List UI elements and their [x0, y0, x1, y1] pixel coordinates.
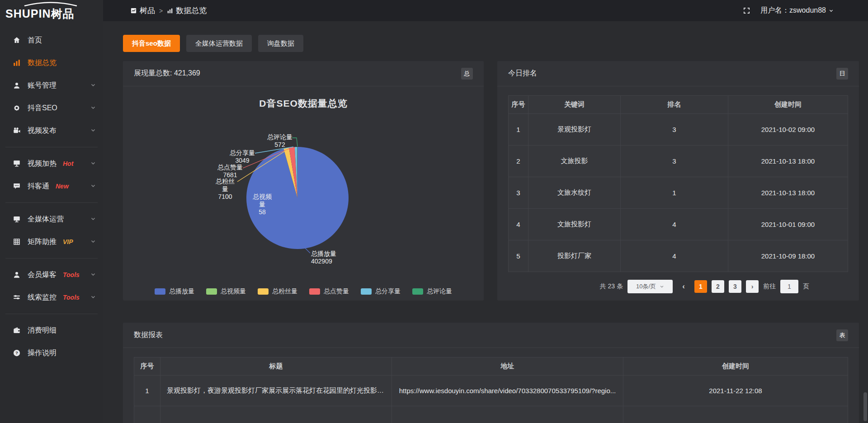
user-menu[interactable]: 用户名：zswodun88 — [760, 6, 834, 15]
main-content: 抖音seo数据 全媒体运营数据 询盘数据 展现量总数: 421,369 总 D音… — [103, 21, 868, 423]
col-time: 创建时间 — [623, 357, 848, 376]
hot-badge: Hot — [63, 160, 73, 167]
sidebar-item-account[interactable]: 账号管理 — [0, 74, 103, 97]
tab-omni-media-data[interactable]: 全媒体运营数据 — [186, 35, 252, 52]
cell-no: 1 — [509, 114, 528, 146]
user-icon — [13, 81, 21, 89]
cell-rank: 3 — [621, 114, 728, 146]
fullscreen-icon[interactable] — [743, 7, 750, 14]
app: SHUPIN树品 首页 数据总览 账号管理 抖音SEO — [0, 0, 868, 423]
cell-keyword: 文旅投影 — [528, 146, 621, 177]
day-toggle-button[interactable]: 日 — [836, 68, 848, 80]
report-panel-title: 数据报表 — [134, 330, 163, 340]
chevron-down-icon — [90, 81, 96, 89]
table-row: 1 景观投影灯 3 2021-10-02 09:00 — [509, 114, 848, 146]
chevron-down-icon — [90, 104, 96, 112]
pie-label-likes: 总点赞量7681 — [217, 164, 243, 179]
sidebar-item-spend-detail[interactable]: 消费明细 — [0, 319, 103, 342]
sidebar-item-lead-monitor[interactable]: 线索监控 Tools — [0, 286, 103, 309]
page-button-1[interactable]: 1 — [694, 280, 707, 293]
chevron-down-icon — [90, 160, 96, 168]
legend-item[interactable]: 总播放量 — [155, 287, 194, 296]
cell-url — [392, 406, 623, 423]
legend-label: 总播放量 — [169, 287, 194, 296]
page-unit-label: 页 — [803, 282, 809, 291]
legend-item[interactable]: 总视频量 — [206, 287, 246, 296]
sidebar-item-home[interactable]: 首页 — [0, 29, 103, 52]
table-row: 1 景观投影灯，夜游景观投影灯厂家展示展示落花灯在花园里的灯光投影应用效果 # … — [134, 376, 848, 406]
next-page-button[interactable]: › — [746, 280, 759, 293]
sidebar-item-doketong[interactable]: 抖客通 New — [0, 175, 103, 197]
cell-url-link[interactable]: https://www.iesdouyin.com/share/video/70… — [392, 376, 623, 406]
grid-icon — [13, 238, 21, 246]
sidebar-item-label: 线索监控 — [28, 293, 57, 302]
logo[interactable]: SHUPIN树品 — [0, 0, 103, 25]
legend-item[interactable]: 总粉丝量 — [258, 287, 297, 296]
sidebar-item-label: 操作说明 — [28, 348, 57, 358]
pie-label-shares: 总分享量3049 — [230, 149, 255, 164]
report-panel: 数据报表 表 序号 标题 地址 创建时间 1 景观投影灯，夜游景观投影灯厂 — [123, 323, 859, 423]
cell-no: 2 — [509, 146, 528, 177]
cell-time: 2021-11-22 12:08 — [623, 376, 848, 406]
total-toggle-button[interactable]: 总 — [461, 68, 473, 80]
col-title: 标题 — [160, 357, 392, 376]
cell-no: 5 — [509, 240, 528, 272]
topbar-right: 用户名：zswodun88 — [743, 6, 834, 15]
breadcrumb-current: 数据总览 — [167, 5, 207, 16]
sidebar-item-label: 消费明细 — [28, 326, 57, 335]
legend-item[interactable]: 总点赞量 — [309, 287, 349, 296]
tab-inquiry-data[interactable]: 询盘数据 — [258, 35, 303, 52]
goto-page-input[interactable] — [780, 280, 798, 293]
prev-page-button[interactable]: ‹ — [677, 280, 690, 293]
screen-play-icon — [13, 160, 21, 168]
breadcrumb-separator: > — [159, 7, 163, 14]
vertical-scrollbar-thumb[interactable] — [863, 392, 867, 421]
chevron-down-icon — [829, 8, 834, 13]
sidebar-item-video-heat[interactable]: 视频加热 Hot — [0, 152, 103, 175]
sidebar-divider — [5, 314, 98, 314]
breadcrumb-home[interactable]: 树品 — [130, 5, 155, 16]
wallet-icon — [13, 326, 21, 334]
gear-icon — [13, 104, 21, 112]
svg-text:?: ? — [15, 350, 18, 355]
cell-time: 2021-10-09 18:00 — [728, 240, 848, 272]
sidebar-item-omni-media[interactable]: 全媒体运营 — [0, 208, 103, 230]
tab-douyin-seo-data[interactable]: 抖音seo数据 — [123, 35, 180, 52]
chevron-down-icon — [90, 182, 96, 190]
cell-rank: 4 — [621, 240, 728, 272]
table-toggle-button[interactable]: 表 — [836, 329, 848, 341]
sidebar-divider — [5, 147, 98, 147]
sidebar-item-douyin-seo[interactable]: 抖音SEO — [0, 97, 103, 119]
sidebar-divider — [5, 202, 98, 203]
sidebar-item-member-leads[interactable]: 会员爆客 Tools — [0, 263, 103, 286]
cell-no — [134, 406, 160, 423]
sidebar-item-video-publish[interactable]: 视频发布 — [0, 119, 103, 142]
page-button-3[interactable]: 3 — [729, 280, 741, 293]
cell-no: 1 — [134, 376, 160, 406]
chevron-down-icon — [90, 293, 96, 301]
legend-label: 总点赞量 — [324, 287, 349, 296]
legend-item[interactable]: 总评论量 — [412, 287, 452, 296]
username-label: 用户名：zswodun88 — [760, 6, 826, 15]
table-header-row: 序号 标题 地址 创建时间 — [134, 357, 848, 376]
sidebar-item-data-overview[interactable]: 数据总览 — [0, 52, 103, 74]
pie-label-fans: 总粉丝量7100 — [213, 178, 237, 201]
cell-keyword: 文旅水纹灯 — [528, 177, 621, 209]
legend-label: 总粉丝量 — [272, 287, 297, 296]
legend-swatch — [309, 288, 320, 295]
legend-swatch — [361, 288, 372, 295]
chart-legend: 总播放量总视频量总粉丝量总点赞量总分享量总评论量 — [123, 287, 484, 296]
chevron-down-icon — [90, 127, 96, 135]
page-button-2[interactable]: 2 — [712, 280, 724, 293]
legend-item[interactable]: 总分享量 — [361, 287, 401, 296]
pie-chart-area: D音SEO数据量总览 总评论量572 总分享量3049 — [123, 86, 484, 300]
cell-rank: 4 — [621, 209, 728, 240]
cell-title: 景观投影灯，夜游景观投影灯厂家展示展示落花灯在花园里的灯光投影应用效果 # — [160, 376, 392, 406]
col-url: 地址 — [392, 357, 623, 376]
tab-bar: 抖音seo数据 全媒体运营数据 询盘数据 — [123, 35, 859, 52]
sidebar-item-help[interactable]: ? 操作说明 — [0, 342, 103, 364]
sidebar-item-matrix-boost[interactable]: 矩阵助推 VIP — [0, 230, 103, 253]
page-size-select[interactable]: 10条/页 — [627, 280, 673, 293]
sidebar-item-label: 数据总览 — [28, 58, 57, 68]
logo-arc-icon — [24, 2, 78, 6]
